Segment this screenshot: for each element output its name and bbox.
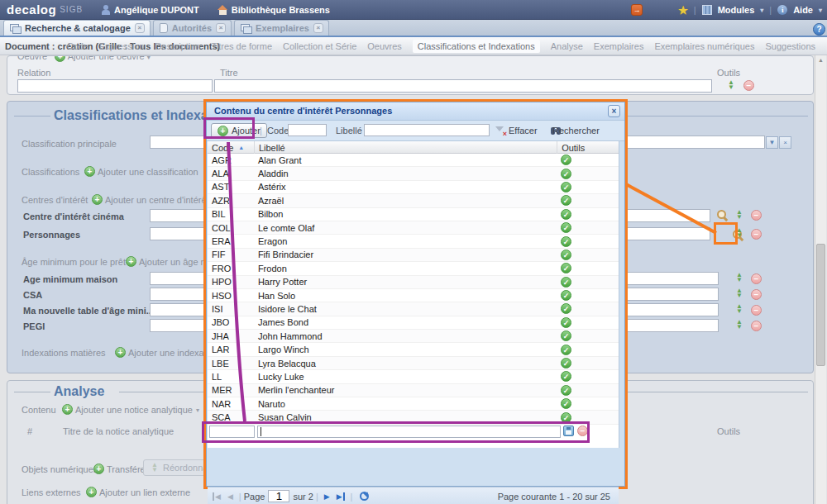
table-row[interactable]: BILBilbon <box>208 208 619 221</box>
move-up-down-icon[interactable] <box>734 210 744 220</box>
table-row[interactable]: LARLargo Winch <box>208 343 619 356</box>
add-icon[interactable] <box>84 166 95 177</box>
remove-icon[interactable] <box>743 80 754 91</box>
validate-check-icon[interactable] <box>561 303 571 314</box>
table-row[interactable]: LLLucky Luke <box>208 370 619 383</box>
close-icon[interactable] <box>135 23 145 33</box>
move-up-down-icon[interactable] <box>726 80 736 90</box>
remove-icon[interactable] <box>751 229 762 240</box>
remove-icon[interactable] <box>751 305 762 316</box>
doc-nav-link[interactable]: Expression <box>99 41 144 51</box>
table-row[interactable]: MERMerlin l'enchanteur <box>208 384 619 397</box>
add-lien-link[interactable]: Ajouter un lien externe <box>99 487 190 497</box>
move-up-down-icon[interactable] <box>734 320 744 330</box>
add-classification-link[interactable]: Ajouter une classification <box>98 167 198 177</box>
doc-nav-link[interactable]: Collection et Série <box>283 41 356 51</box>
close-icon[interactable] <box>608 105 620 117</box>
remove-icon[interactable] <box>751 273 762 284</box>
doc-nav-link[interactable]: Classifications et Indexations <box>413 40 540 53</box>
current-user[interactable]: Angélique DUPONT <box>101 5 199 15</box>
effacer-button[interactable]: Effacer <box>509 126 538 136</box>
page-input[interactable] <box>268 490 289 502</box>
filter-libelle-input[interactable] <box>364 124 490 136</box>
add-icon[interactable] <box>93 464 104 474</box>
table-row[interactable]: JBOJames Bond <box>208 316 619 330</box>
doc-nav-link[interactable]: Code <box>67 41 88 51</box>
table-row[interactable]: ASTAstérix <box>208 181 619 194</box>
table-row[interactable]: JHAJohn Hammond <box>208 330 619 343</box>
tab-recherche-catalogage[interactable]: Recherche & catalogage <box>3 20 151 36</box>
add-icon[interactable] <box>92 194 103 205</box>
vertical-scrollbar[interactable]: ▲ <box>815 55 826 504</box>
table-row[interactable]: LBELyra Belacqua <box>208 357 619 370</box>
doc-nav-link[interactable]: Description <box>155 41 200 51</box>
doc-nav-link[interactable]: Titres de forme <box>211 41 272 51</box>
validate-check-icon[interactable] <box>561 182 571 193</box>
remove-icon[interactable] <box>751 321 762 331</box>
validate-check-icon[interactable] <box>561 169 571 179</box>
add-icon[interactable] <box>126 256 136 267</box>
next-page-icon[interactable]: ▶ <box>324 492 330 501</box>
validate-check-icon[interactable] <box>561 236 571 247</box>
validate-check-icon[interactable] <box>561 209 571 220</box>
logout-icon[interactable] <box>631 4 643 16</box>
validate-check-icon[interactable] <box>561 330 571 341</box>
close-icon[interactable] <box>313 23 323 33</box>
move-up-down-icon[interactable] <box>734 273 744 283</box>
close-icon[interactable] <box>216 23 226 33</box>
table-row[interactable]: HSOHan Solo <box>208 289 619 302</box>
validate-check-icon[interactable] <box>561 195 571 206</box>
validate-check-icon[interactable] <box>561 277 571 288</box>
table-row[interactable]: AGRAlan Grant <box>208 154 619 167</box>
table-row[interactable]: FIFFifi Brindacier <box>208 249 619 262</box>
table-row[interactable]: ALAAladdin <box>208 167 619 180</box>
add-icon[interactable] <box>62 404 73 415</box>
table-row[interactable]: ERAEragon <box>208 235 619 248</box>
help-button[interactable]: ? <box>813 23 825 36</box>
validate-check-icon[interactable] <box>561 250 571 260</box>
move-up-down-icon[interactable] <box>734 304 744 314</box>
table-row[interactable]: ISIIsidore le Chat <box>208 302 619 316</box>
current-library[interactable]: Bibliothèque Brassens <box>218 5 330 15</box>
search-icon[interactable] <box>717 210 728 221</box>
validate-check-icon[interactable] <box>561 263 571 273</box>
chevron-down-icon[interactable]: ▼ <box>766 136 778 149</box>
doc-nav-link[interactable]: Exemplaires <box>594 41 644 51</box>
add-icon[interactable] <box>115 347 126 358</box>
add-oeuvre-link[interactable]: Ajouter une oeuvre <box>68 55 145 61</box>
filter-code-input[interactable] <box>288 124 327 136</box>
rechercher-button[interactable]: Rechercher <box>552 126 600 136</box>
aide-menu[interactable]: Aide <box>793 5 813 15</box>
doc-nav-link[interactable]: Oeuvres <box>367 41 402 51</box>
tab-exemplaires[interactable]: Exemplaires <box>234 20 329 36</box>
tab-autorites[interactable]: Autorités <box>153 20 232 36</box>
previous-page-icon[interactable]: ◀ <box>227 492 233 501</box>
validate-check-icon[interactable] <box>561 155 571 165</box>
modules-menu[interactable]: Modules <box>718 5 755 15</box>
validate-check-icon[interactable] <box>561 398 571 409</box>
scrollbar-thumb[interactable] <box>816 244 825 366</box>
add-centre-link[interactable]: Ajouter un centre d'intérêt <box>105 195 209 205</box>
validate-check-icon[interactable] <box>561 345 571 355</box>
relation-input[interactable] <box>17 79 213 93</box>
column-libelle[interactable]: Libellé <box>255 141 557 154</box>
table-row[interactable]: HPOHarry Potter <box>208 276 619 289</box>
modal-header[interactable]: Contenu du centre d'intérêt Personnages <box>207 102 624 121</box>
doc-nav-link[interactable]: Suggestions <box>765 41 815 51</box>
column-code[interactable]: Code ▲ <box>208 141 255 154</box>
validate-check-icon[interactable] <box>561 290 571 301</box>
remove-icon[interactable] <box>751 210 762 221</box>
table-row[interactable]: FROFrodon <box>208 262 619 275</box>
favorites-icon[interactable] <box>678 5 688 16</box>
table-row[interactable]: AZRAzraël <box>208 194 619 207</box>
validate-check-icon[interactable] <box>561 385 571 396</box>
first-page-icon[interactable]: ◀ <box>213 492 221 501</box>
move-up-down-icon[interactable] <box>734 288 744 298</box>
validate-check-icon[interactable] <box>561 358 571 368</box>
effacer-icon[interactable] <box>495 126 505 136</box>
validate-check-icon[interactable] <box>561 317 571 328</box>
scroll-up-icon[interactable]: ▲ <box>818 57 824 63</box>
transferer-link[interactable]: Transférer <box>107 464 148 474</box>
titre-input[interactable] <box>214 79 712 93</box>
last-page-icon[interactable]: ▶ <box>337 492 345 501</box>
